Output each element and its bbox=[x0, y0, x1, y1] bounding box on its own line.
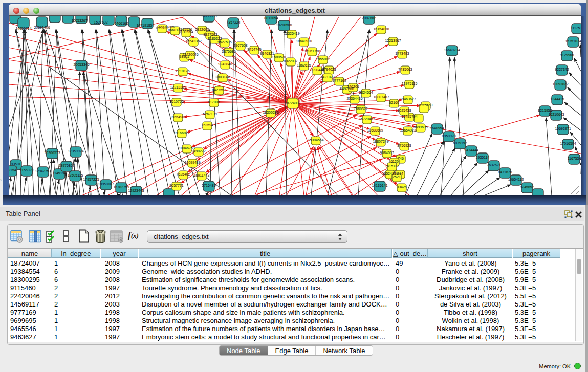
svg-text:9227342: 9227342 bbox=[555, 68, 569, 71]
svg-text:18300295: 18300295 bbox=[263, 111, 278, 114]
svg-text:19384554: 19384554 bbox=[308, 138, 323, 142]
svg-text:16154838: 16154838 bbox=[373, 27, 389, 31]
svg-text:12505115: 12505115 bbox=[68, 173, 83, 177]
svg-text:9129966: 9129966 bbox=[560, 53, 574, 57]
svg-text:1527602: 1527602 bbox=[94, 20, 107, 24]
svg-text:10719185: 10719185 bbox=[136, 24, 152, 27]
svg-text:1421022: 1421022 bbox=[320, 75, 334, 79]
svg-text:7955812: 7955812 bbox=[316, 57, 330, 61]
svg-text:1244415: 1244415 bbox=[550, 97, 564, 101]
svg-text:5716485: 5716485 bbox=[202, 184, 215, 187]
svg-text:917006: 917006 bbox=[208, 100, 220, 104]
svg-text:1362615: 1362615 bbox=[297, 63, 311, 67]
svg-text:5267130: 5267130 bbox=[203, 112, 216, 116]
svg-text:19166827: 19166827 bbox=[173, 131, 189, 135]
svg-text:2803144: 2803144 bbox=[215, 75, 229, 79]
svg-text:9084067: 9084067 bbox=[380, 151, 394, 155]
svg-text:12213967: 12213967 bbox=[385, 39, 401, 42]
svg-text:9115460: 9115460 bbox=[419, 103, 433, 107]
svg-text:17016504: 17016504 bbox=[560, 142, 576, 145]
svg-text:7485063: 7485063 bbox=[398, 68, 412, 71]
svg-text:6794028: 6794028 bbox=[322, 68, 336, 71]
svg-text:7886322: 7886322 bbox=[354, 107, 367, 111]
svg-text:20691406: 20691406 bbox=[34, 26, 50, 29]
svg-text:746206: 746206 bbox=[347, 85, 359, 89]
svg-text:12093822: 12093822 bbox=[552, 82, 568, 86]
svg-text:2521: 2521 bbox=[393, 175, 401, 179]
svg-text:1615137: 1615137 bbox=[385, 164, 399, 168]
svg-text:9146821: 9146821 bbox=[260, 52, 274, 55]
svg-text:17359924: 17359924 bbox=[68, 149, 83, 153]
svg-text:9327503: 9327503 bbox=[203, 33, 217, 36]
svg-text:10653267: 10653267 bbox=[71, 19, 87, 23]
svg-text:15720407: 15720407 bbox=[359, 117, 375, 121]
svg-text:1610755: 1610755 bbox=[169, 100, 183, 103]
svg-text:62160: 62160 bbox=[389, 101, 399, 104]
svg-text:9657771: 9657771 bbox=[169, 184, 183, 187]
svg-text:14055714: 14055714 bbox=[15, 27, 31, 30]
svg-text:9498222: 9498222 bbox=[191, 149, 205, 153]
svg-text:15751074: 15751074 bbox=[565, 39, 581, 43]
svg-text:23975867: 23975867 bbox=[58, 164, 74, 167]
svg-text:16671355: 16671355 bbox=[158, 25, 174, 29]
svg-text:1156829: 1156829 bbox=[20, 168, 34, 172]
svg-text:8454749: 8454749 bbox=[247, 48, 261, 51]
svg-text:6120: 6120 bbox=[390, 160, 399, 163]
svg-text:9474444: 9474444 bbox=[464, 148, 478, 152]
svg-text:12923448: 12923448 bbox=[128, 189, 144, 192]
svg-text:1167534: 1167534 bbox=[568, 157, 581, 160]
svg-text:33426: 33426 bbox=[397, 185, 407, 189]
svg-text:12975115: 12975115 bbox=[402, 82, 418, 85]
svg-text:19654923: 19654923 bbox=[400, 128, 416, 132]
svg-text:13325419: 13325419 bbox=[284, 32, 299, 35]
svg-text:1773493: 1773493 bbox=[395, 52, 409, 55]
svg-text:16648784: 16648784 bbox=[444, 48, 460, 52]
svg-text:3875685: 3875685 bbox=[222, 50, 235, 53]
svg-text:10688609: 10688609 bbox=[367, 128, 383, 132]
svg-text:9245652: 9245652 bbox=[520, 185, 534, 189]
svg-text:3824554: 3824554 bbox=[359, 91, 373, 94]
svg-text:16911443: 16911443 bbox=[194, 173, 210, 177]
svg-text:9242848: 9242848 bbox=[218, 62, 232, 66]
svg-text:6466160: 6466160 bbox=[114, 21, 128, 25]
svg-text:19463627: 19463627 bbox=[400, 97, 416, 101]
svg-text:7515526: 7515526 bbox=[178, 28, 192, 31]
svg-text:10807487: 10807487 bbox=[373, 95, 389, 99]
svg-text:753594: 753594 bbox=[201, 123, 213, 127]
svg-text:8215953: 8215953 bbox=[538, 108, 552, 112]
svg-text:18640910: 18640910 bbox=[296, 39, 312, 43]
svg-text:1640954: 1640954 bbox=[430, 126, 444, 130]
svg-text:20206573: 20206573 bbox=[44, 151, 60, 155]
svg-text:2718176: 2718176 bbox=[176, 69, 189, 73]
svg-text:15495794: 15495794 bbox=[401, 115, 417, 118]
svg-text:12942757: 12942757 bbox=[35, 169, 51, 173]
svg-text:17957225: 17957225 bbox=[83, 178, 99, 181]
svg-text:5322605: 5322605 bbox=[195, 28, 209, 31]
svg-text:7625402: 7625402 bbox=[176, 172, 190, 176]
svg-text:1145194: 1145194 bbox=[53, 171, 67, 175]
svg-text:19654983: 19654983 bbox=[170, 115, 186, 119]
svg-text:1025438: 1025438 bbox=[397, 108, 411, 112]
svg-text:10654112: 10654112 bbox=[508, 178, 524, 181]
svg-text:8958928: 8958928 bbox=[442, 134, 455, 138]
svg-text:16210643: 16210643 bbox=[548, 113, 564, 116]
svg-text:16033809: 16033809 bbox=[201, 16, 216, 18]
svg-text:22420046: 22420046 bbox=[182, 53, 198, 56]
svg-text:9777169: 9777169 bbox=[332, 79, 346, 82]
svg-text:16961758: 16961758 bbox=[304, 49, 320, 53]
svg-text:746: 746 bbox=[398, 157, 404, 160]
svg-text:93501: 93501 bbox=[11, 162, 21, 166]
svg-text:15692971: 15692971 bbox=[555, 127, 571, 130]
svg-text:20053346: 20053346 bbox=[73, 63, 89, 67]
svg-text:8186323: 8186323 bbox=[208, 37, 222, 40]
svg-text:18807249: 18807249 bbox=[373, 140, 388, 143]
svg-text:20364436: 20364436 bbox=[346, 97, 362, 100]
svg-text:1117530: 1117530 bbox=[571, 26, 581, 30]
svg-text:7632621: 7632621 bbox=[487, 163, 500, 167]
svg-text:39154: 39154 bbox=[9, 168, 16, 172]
svg-text:6879197: 6879197 bbox=[453, 141, 467, 145]
svg-text:19218506: 19218506 bbox=[276, 23, 292, 27]
svg-text:18724007: 18724007 bbox=[285, 101, 300, 105]
svg-text:9527505: 9527505 bbox=[217, 40, 231, 44]
svg-text:16543382: 16543382 bbox=[185, 39, 201, 43]
